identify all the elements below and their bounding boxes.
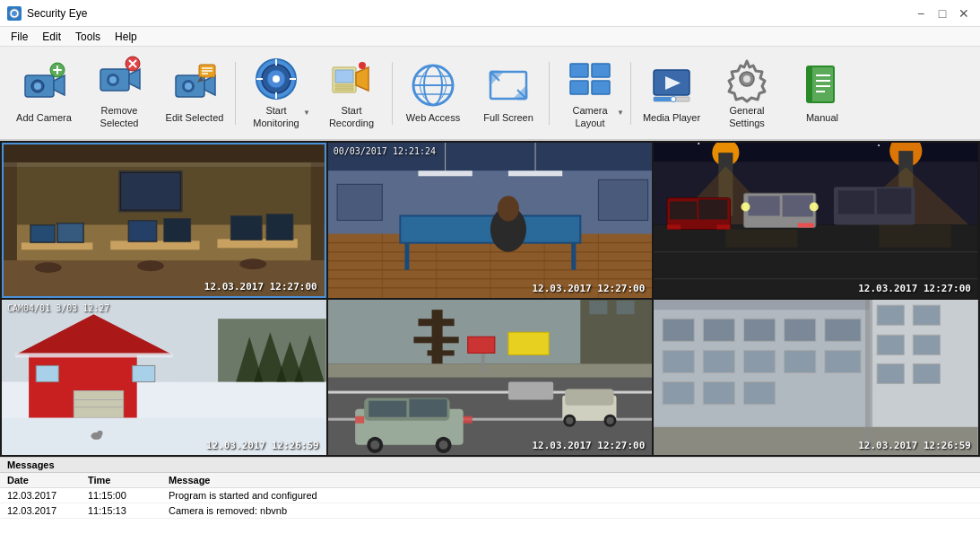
svg-rect-55	[570, 81, 588, 94]
camera-grid: 12.03.2017 12:27:00	[0, 141, 980, 457]
svg-rect-225	[877, 363, 904, 383]
remove-selected-button[interactable]: Remove Selected	[82, 53, 156, 134]
col-time: Time	[88, 475, 169, 485]
minimize-button[interactable]: −	[912, 4, 930, 22]
svg-rect-148	[726, 230, 798, 248]
menu-edit[interactable]: Edit	[35, 29, 68, 45]
svg-rect-110	[404, 243, 409, 270]
svg-point-152	[878, 144, 880, 146]
general-settings-label: General Settings	[715, 105, 779, 128]
svg-point-90	[239, 258, 266, 269]
camera-layout-icon	[567, 57, 613, 101]
media-player-label: Media Player	[643, 112, 700, 124]
toolbar: Add Camera Remove Selected	[0, 47, 980, 141]
start-monitoring-button[interactable]: Start Monitoring ▼	[239, 53, 313, 134]
camera-cell-4[interactable]: CAM04/01 3/03 12:27 12.03.2017 12:26:59	[2, 300, 326, 455]
cam3-timestamp: 12.03.2017 12:27:00	[858, 283, 971, 294]
camera-scene-4	[2, 300, 326, 455]
camera-cell-5[interactable]: 12.03.2017 12:27:00	[328, 300, 653, 455]
camera-cell-2[interactable]: 00/03/2017 12:21:24 12.03.2017 12:27:00	[328, 143, 653, 298]
monitoring-dropdown-arrow: ▼	[303, 109, 310, 117]
edit-selected-icon	[171, 62, 218, 109]
camera-cell-1[interactable]: 12.03.2017 12:27:00	[2, 143, 326, 298]
svg-rect-177	[427, 350, 454, 355]
edit-selected-button[interactable]: Edit Selected	[158, 53, 231, 134]
msg2-time: 11:15:13	[88, 505, 169, 516]
svg-rect-84	[266, 214, 293, 241]
camera-cell-6[interactable]: 12.03.2017 12:26:59	[654, 300, 978, 455]
msg2-date: 12.03.2017	[7, 505, 88, 516]
svg-rect-204	[508, 382, 553, 400]
svg-rect-217	[663, 382, 694, 405]
camera-cell-3[interactable]: 12.03.2017 12:27:00	[654, 143, 978, 298]
svg-rect-202	[463, 416, 472, 424]
messages-table[interactable]: Date Time Message 12.03.2017 11:15:00 Pr…	[0, 473, 980, 551]
svg-rect-111	[571, 243, 576, 270]
svg-point-88	[35, 262, 62, 273]
svg-rect-138	[717, 225, 731, 230]
svg-rect-180	[616, 301, 634, 314]
cam4-info: CAM04/01 3/03 12:27	[7, 303, 109, 313]
svg-rect-65	[807, 66, 812, 102]
svg-rect-75	[311, 162, 325, 260]
manual-label: Manual	[806, 112, 838, 124]
menu-help[interactable]: Help	[108, 29, 144, 45]
svg-rect-208	[704, 319, 735, 341]
message-row-1: 12.03.2017 11:15:00 Program is started a…	[0, 488, 980, 503]
web-access-button[interactable]: Web Access	[396, 53, 470, 134]
full-screen-button[interactable]: Full Screen	[472, 53, 545, 134]
title-bar-left: Security Eye	[7, 6, 87, 21]
svg-rect-207	[663, 319, 694, 341]
msg1-text: Program is started and configured	[169, 490, 973, 501]
svg-rect-197	[565, 389, 613, 406]
close-button[interactable]: ✕	[955, 4, 973, 22]
svg-rect-140	[749, 196, 780, 215]
svg-rect-228	[865, 300, 872, 455]
svg-point-63	[743, 75, 750, 83]
svg-point-172	[97, 431, 102, 436]
window-title: Security Eye	[27, 7, 87, 20]
menu-file[interactable]: File	[4, 29, 35, 45]
svg-rect-203	[355, 416, 364, 424]
svg-rect-168	[133, 365, 155, 381]
svg-marker-17	[204, 75, 215, 95]
maximize-button[interactable]: □	[933, 4, 951, 22]
svg-rect-136	[699, 199, 728, 219]
svg-rect-216	[825, 350, 861, 372]
svg-rect-74	[4, 162, 17, 260]
menu-tools[interactable]: Tools	[68, 29, 108, 45]
separator-1	[235, 62, 236, 125]
cam2-timestamp: 12.03.2017 12:27:00	[532, 283, 645, 294]
start-recording-label: Start Recording	[319, 105, 384, 128]
svg-rect-191	[409, 399, 447, 417]
msg1-date: 12.03.2017	[7, 490, 88, 501]
camera-layout-button[interactable]: Camera Layout ▼	[553, 53, 627, 134]
add-camera-label: Add Camera	[16, 112, 72, 124]
col-date: Date	[7, 475, 88, 485]
svg-rect-86	[58, 223, 83, 241]
svg-rect-184	[328, 363, 653, 377]
window-controls[interactable]: − □ ✕	[912, 4, 973, 22]
svg-rect-135	[670, 201, 697, 219]
svg-rect-56	[592, 81, 610, 94]
manual-icon	[799, 62, 846, 109]
start-monitoring-label: Start Monitoring	[244, 105, 308, 128]
general-settings-button[interactable]: General Settings	[710, 53, 784, 134]
layout-dropdown-arrow: ▼	[617, 109, 624, 117]
svg-rect-176	[413, 337, 458, 343]
add-camera-button[interactable]: Add Camera	[7, 53, 81, 134]
remove-selected-icon	[96, 57, 143, 101]
full-screen-icon	[485, 62, 532, 109]
svg-rect-145	[877, 188, 911, 214]
svg-point-150	[698, 143, 700, 144]
manual-button[interactable]: Manual	[785, 53, 859, 134]
svg-rect-209	[744, 319, 776, 341]
svg-rect-167	[36, 365, 58, 381]
svg-point-195	[438, 441, 447, 450]
svg-rect-76	[22, 242, 92, 249]
media-player-button[interactable]: Media Player	[635, 53, 708, 134]
svg-rect-212	[663, 350, 694, 372]
svg-rect-210	[785, 319, 816, 341]
messages-panel: Messages Date Time Message 12.03.2017 11…	[0, 457, 980, 551]
start-recording-button[interactable]: Start Recording	[315, 53, 388, 134]
